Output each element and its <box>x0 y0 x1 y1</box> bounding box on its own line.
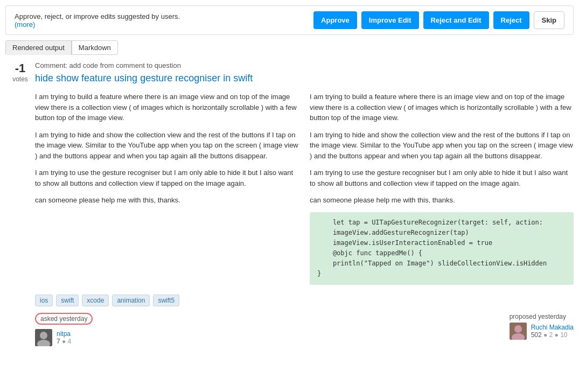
tag-swift5[interactable]: swift5 <box>153 295 179 306</box>
proposer-name[interactable]: Ruchi Makadia <box>531 324 574 331</box>
vote-number: -1 <box>5 61 35 75</box>
asker-box: asked yesterday nitpa 7 ● 4 <box>35 313 93 346</box>
left-para-3: I am trying to use the gesture recognise… <box>35 167 299 188</box>
asker-rep: 7 ● 4 <box>57 338 71 345</box>
footer-row: asked yesterday nitpa 7 ● 4 proposed <box>35 313 574 346</box>
skip-button[interactable]: Skip <box>534 11 564 29</box>
improve-edit-button[interactable]: Improve Edit <box>361 11 419 29</box>
proposer-box: proposed yesterday Ruchi Makadia 502 ● 2… <box>510 313 574 340</box>
asker-card: nitpa 7 ● 4 <box>35 329 93 346</box>
approve-button[interactable]: Approve <box>313 11 357 29</box>
right-para-2: I am trying to hide and show the collect… <box>310 130 574 162</box>
right-column: I am trying to build a feature where the… <box>310 92 574 285</box>
proposer-avatar <box>510 323 527 340</box>
top-bar-description: Approve, reject, or improve edits sugges… <box>15 12 180 29</box>
right-para-3: I am trying to use the gesture recognise… <box>310 167 574 188</box>
left-para-2: I am trying to hide and show the collect… <box>35 130 299 162</box>
asker-avatar <box>35 329 52 346</box>
tag-swift[interactable]: swift <box>56 295 79 306</box>
right-para-4: can someone please help me with this, th… <box>310 195 574 206</box>
vote-label: votes <box>5 75 35 83</box>
proposer-rep: 502 ● 2 ● 10 <box>531 331 574 339</box>
action-buttons: Approve Improve Edit Reject and Edit Rej… <box>313 11 564 29</box>
proposer-info: Ruchi Makadia 502 ● 2 ● 10 <box>531 324 574 339</box>
top-bar: Approve, reject, or improve edits sugges… <box>5 5 574 35</box>
proposer-card: Ruchi Makadia 502 ● 2 ● 10 <box>510 323 574 340</box>
svg-point-1 <box>40 332 47 339</box>
question-title-link[interactable]: hide show feature using gesture recognis… <box>35 73 253 83</box>
comment-label: Comment: add code from comment to questi… <box>35 61 574 69</box>
reject-button[interactable]: Reject <box>493 11 529 29</box>
asker-name[interactable]: nitpa <box>57 330 71 338</box>
svg-point-4 <box>514 325 522 333</box>
content-area: Comment: add code from comment to questi… <box>35 61 574 346</box>
right-para-1: I am trying to build a feature where the… <box>310 92 574 123</box>
left-para-4: can someone please help me with this, th… <box>35 195 299 206</box>
view-tabs: Rendered output Markdown <box>5 40 574 55</box>
left-column: I am trying to build a feature where the… <box>35 92 299 285</box>
asker-info: nitpa 7 ● 4 <box>57 330 71 345</box>
tag-xcode[interactable]: xcode <box>82 295 109 306</box>
main-content: -1 votes Comment: add code from comment … <box>5 61 574 346</box>
tab-markdown[interactable]: Markdown <box>72 40 118 55</box>
tags-area: iosswiftxcodeanimationswift5 <box>35 295 574 306</box>
more-link[interactable]: (more) <box>15 20 35 29</box>
left-para-1: I am trying to build a feature where the… <box>35 92 299 123</box>
tag-ios[interactable]: ios <box>35 295 53 306</box>
tab-rendered-output[interactable]: Rendered output <box>5 40 72 55</box>
asked-label: asked yesterday <box>35 313 93 325</box>
diff-columns: I am trying to build a feature where the… <box>35 92 574 285</box>
vote-area: -1 votes <box>5 61 35 346</box>
code-block: let tap = UITapGestureRecognizer(target:… <box>310 212 574 285</box>
proposed-label: proposed yesterday <box>510 313 574 320</box>
question-title: hide show feature using gesture recognis… <box>35 73 574 84</box>
tag-animation[interactable]: animation <box>112 295 150 306</box>
reject-and-edit-button[interactable]: Reject and Edit <box>423 11 489 29</box>
